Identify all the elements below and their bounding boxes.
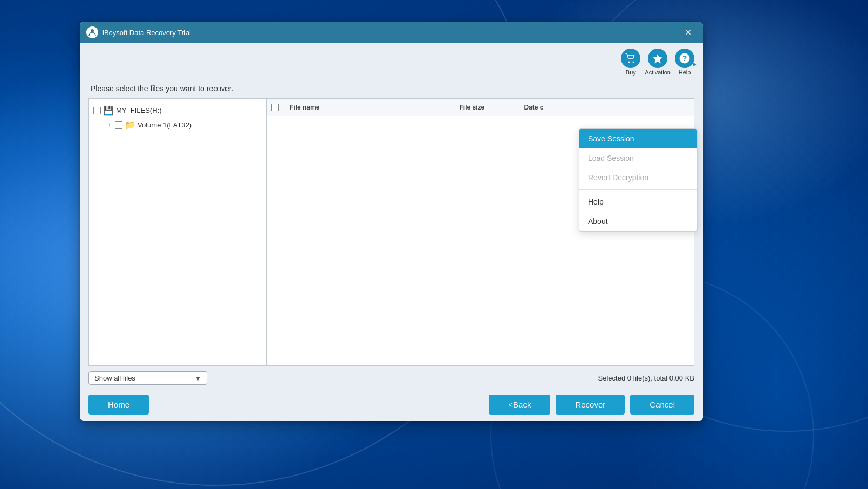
menu-item-help[interactable]: Help (579, 192, 697, 212)
toolbar: Buy Activation ? ▶ (80, 43, 703, 80)
help-icon: ? ▶ (675, 49, 694, 68)
buy-label: Buy (626, 69, 636, 76)
instruction-text: Please select the files you want to reco… (80, 80, 703, 98)
svg-text:?: ? (682, 54, 687, 63)
home-button[interactable]: Home (88, 395, 149, 415)
menu-item-about[interactable]: About (579, 212, 697, 231)
close-button[interactable]: ✕ (680, 26, 696, 39)
tree-item-volume[interactable]: + 📁 Volume 1(FAT32) (89, 118, 266, 132)
menu-divider (579, 189, 697, 190)
bottom-bar: Show all files ▼ Selected 0 file(s), tot… (80, 366, 703, 390)
expand-icon[interactable]: + (106, 122, 113, 128)
svg-point-0 (91, 29, 94, 32)
tree-checkbox-root[interactable] (93, 107, 101, 114)
col-header-name: File name (285, 101, 455, 113)
window-body: Buy Activation ? ▶ (80, 43, 703, 421)
svg-point-1 (628, 62, 630, 63)
app-icon (86, 26, 98, 38)
help-toolbar-button[interactable]: ? ▶ Help (675, 49, 694, 76)
show-files-dropdown[interactable]: Show all files ▼ (88, 371, 207, 385)
status-text: Selected 0 file(s), total 0.00 KB (598, 374, 694, 382)
file-tree-panel: 💾 MY_FILES(H:) + 📁 Volume 1(FAT32) (89, 99, 267, 365)
buy-icon (621, 49, 640, 68)
tree-label-volume: Volume 1(FAT32) (138, 121, 192, 129)
activation-button[interactable]: Activation (645, 49, 671, 76)
help-toolbar-label: Help (679, 69, 691, 76)
activation-label: Activation (645, 69, 671, 76)
action-bar: Home <Back Recover Cancel (80, 390, 703, 421)
main-window: iBoysoft Data Recovery Trial — ✕ Buy (80, 22, 703, 421)
minimize-button[interactable]: — (662, 26, 678, 39)
drive-icon: 💾 (103, 105, 114, 116)
folder-icon: 📁 (125, 120, 135, 130)
tree-item-root[interactable]: 💾 MY_FILES(H:) (89, 103, 266, 118)
show-files-label: Show all files (94, 374, 135, 382)
menu-item-load-session[interactable]: Load Session (579, 148, 697, 168)
col-header-date: Date c (520, 101, 690, 113)
dropdown-chevron-icon: ▼ (195, 375, 201, 382)
titlebar: iBoysoft Data Recovery Trial — ✕ (80, 22, 703, 43)
tree-checkbox-volume[interactable] (115, 121, 122, 129)
col-header-size: File size (455, 101, 520, 113)
svg-point-2 (633, 62, 634, 63)
menu-item-save-session[interactable]: Save Session (579, 129, 697, 148)
buy-button[interactable]: Buy (621, 49, 640, 76)
activation-icon (648, 49, 667, 68)
window-controls: — ✕ (662, 26, 696, 39)
svg-marker-3 (653, 54, 662, 64)
window-title: iBoysoft Data Recovery Trial (102, 29, 662, 37)
help-dropdown-menu: Save Session Load Session Revert Decrypt… (579, 128, 698, 232)
cancel-button[interactable]: Cancel (630, 395, 694, 415)
file-list-header: File name File size Date c (267, 99, 694, 116)
tree-label-root: MY_FILES(H:) (116, 106, 162, 114)
back-button[interactable]: <Back (489, 395, 550, 415)
recover-button[interactable]: Recover (556, 395, 625, 415)
menu-item-revert-decryption[interactable]: Revert Decryption (579, 168, 697, 187)
right-action-buttons: <Back Recover Cancel (489, 395, 694, 415)
header-checkbox[interactable] (271, 104, 279, 111)
